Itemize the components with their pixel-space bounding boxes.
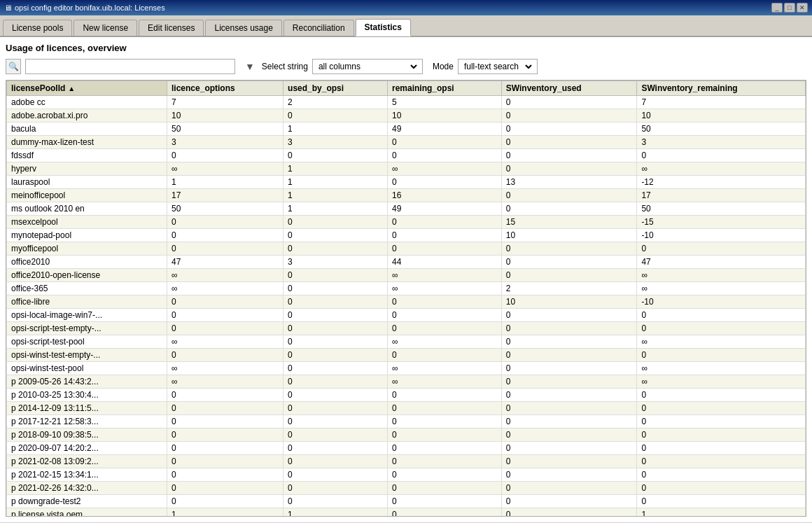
table-row[interactable]: office201047344047 [7, 256, 806, 269]
tab-new-license[interactable]: New license [74, 20, 137, 36]
table-row[interactable]: fdssdf00000 [7, 149, 806, 162]
table-row[interactable]: p 2009-05-26 14:43:2...∞0∞0∞ [7, 375, 806, 389]
table-row[interactable]: mynotepad-pool00010-10 [7, 229, 806, 242]
table-cell: ms outlook 2010 en [7, 202, 167, 216]
table-row[interactable]: p 2018-09-10 09:38:5...00000 [7, 428, 806, 442]
table-row[interactable]: p downgrade-test200000 [7, 495, 806, 508]
table-wrapper[interactable]: licensePoolId▲licence_optionsused_by_ops… [6, 81, 806, 516]
table-cell: 0 [501, 415, 637, 428]
tab-statistics[interactable]: Statistics [356, 19, 411, 36]
table-cell: 0 [167, 495, 284, 508]
tab-licenses-usage[interactable]: Licenses usage [205, 20, 281, 36]
table-row[interactable]: p 2010-03-25 13:30:4...00000 [7, 389, 806, 402]
table-row[interactable]: office-libre00010-10 [7, 295, 806, 309]
table-row[interactable]: opsi-local-image-win7-...00000 [7, 309, 806, 322]
table-cell: 0 [284, 295, 388, 309]
table-cell: 2 [284, 96, 388, 109]
table-row[interactable]: p 2021-02-15 13:34:1...00000 [7, 468, 806, 482]
table-cell: 0 [501, 428, 637, 442]
table-cell: 17 [167, 189, 284, 202]
table-row[interactable]: hyperv∞1∞0∞ [7, 162, 806, 176]
table-cell: 10 [637, 109, 806, 123]
table-row[interactable]: msexcelpool00015-15 [7, 216, 806, 229]
table-cell: 0 [387, 428, 501, 442]
table-row[interactable]: office2010-open-license∞0∞0∞ [7, 269, 806, 282]
col-header-SWinventory_used[interactable]: SWinventory_used [501, 81, 637, 96]
table-cell: 0 [637, 349, 806, 362]
maximize-button[interactable]: □ [784, 3, 795, 13]
table-cell: ∞ [637, 335, 806, 349]
table-cell: 0 [284, 149, 388, 162]
table-cell: opsi-local-image-win7-... [7, 309, 167, 322]
table-cell: 10 [501, 229, 637, 242]
tab-reconciliation[interactable]: Reconciliation [284, 20, 354, 36]
minimize-button[interactable]: _ [771, 3, 783, 13]
tab-edit-licenses[interactable]: Edit licenses [139, 20, 204, 36]
col-header-remaining_opsi[interactable]: remaining_opsi [387, 81, 501, 96]
table-row[interactable]: p 2020-09-07 14:20:2...00000 [7, 442, 806, 455]
table-cell: 0 [637, 322, 806, 335]
search-icon-box[interactable]: 🔍 [6, 59, 21, 74]
table-row[interactable]: p 2021-02-26 14:32:0...00000 [7, 482, 806, 495]
table-cell: office2010 [7, 256, 167, 269]
search-input[interactable] [25, 59, 235, 74]
close-button[interactable]: ✕ [797, 3, 808, 13]
table-row[interactable]: opsi-script-test-pool∞0∞0∞ [7, 335, 806, 349]
col-header-used_by_opsi[interactable]: used_by_opsi [284, 81, 388, 96]
table-cell: 0 [501, 442, 637, 455]
table-cell: 0 [284, 495, 388, 508]
table-row[interactable]: lauraspool11013-12 [7, 176, 806, 189]
table-row[interactable]: bacula50149050 [7, 123, 806, 136]
select-string-select[interactable]: all columns licensePoolId licence_option… [316, 61, 419, 72]
table-cell: 1 [637, 508, 806, 517]
table-cell: 0 [387, 455, 501, 468]
table-row[interactable]: office-365∞0∞2∞ [7, 282, 806, 295]
mode-select[interactable]: full-text search wildcard search regex s… [461, 61, 534, 72]
table-row[interactable]: opsi-winst-test-pool∞0∞0∞ [7, 362, 806, 375]
select-string-combo[interactable]: all columns licensePoolId licence_option… [312, 59, 423, 74]
table-row[interactable]: p license vista oem11001 [7, 508, 806, 517]
table-cell: 0 [284, 362, 388, 375]
page-heading: Usage of licences, overview [6, 43, 806, 53]
table-row[interactable]: p 2021-02-08 13:09:2...00000 [7, 455, 806, 468]
table-row[interactable]: opsi-script-test-empty-...00000 [7, 322, 806, 335]
table-row[interactable]: adobe cc72507 [7, 96, 806, 109]
table-cell: 50 [637, 123, 806, 136]
table-row[interactable]: p 2017-12-21 12:58:3...00000 [7, 415, 806, 428]
table-cell: 0 [637, 242, 806, 256]
table-cell: ∞ [167, 362, 284, 375]
table-row[interactable]: adobe.acrobat.xi.pro10010010 [7, 109, 806, 123]
table-row[interactable]: myofficepool00000 [7, 242, 806, 256]
table-cell: 0 [501, 495, 637, 508]
table-cell: 0 [501, 162, 637, 176]
table-cell: p downgrade-test2 [7, 495, 167, 508]
table-cell: p 2020-09-07 14:20:2... [7, 442, 167, 455]
table-cell: 0 [284, 375, 388, 389]
table-cell: lauraspool [7, 176, 167, 189]
table-cell: 50 [167, 123, 284, 136]
table-cell: bacula [7, 123, 167, 136]
main-content: Usage of licences, overview 🔍 ▼ Select s… [0, 37, 812, 522]
table-cell: 1 [284, 189, 388, 202]
table-cell: 0 [387, 508, 501, 517]
table-row[interactable]: ms outlook 2010 en50149050 [7, 202, 806, 216]
tab-license-pools[interactable]: License pools [3, 20, 72, 36]
table-cell: ∞ [637, 362, 806, 375]
col-header-licence_options[interactable]: licence_options [167, 81, 284, 96]
table-cell: 0 [284, 415, 388, 428]
table-cell: 0 [167, 149, 284, 162]
table-row[interactable]: dummy-max-lizen-test33003 [7, 136, 806, 149]
app-icon: 🖥 [4, 4, 12, 12]
table-cell: 0 [637, 149, 806, 162]
table-cell: 0 [501, 322, 637, 335]
col-header-SWinventory_remaining[interactable]: SWinventory_remaining [637, 81, 806, 96]
table-cell: 0 [501, 335, 637, 349]
col-header-licensePoolId[interactable]: licensePoolId▲ [7, 81, 167, 96]
table-row[interactable]: p 2014-12-09 13:11:5...00000 [7, 402, 806, 415]
table-row[interactable]: opsi-winst-test-empty-...00000 [7, 349, 806, 362]
table-cell: 0 [387, 295, 501, 309]
select-string-label: Select string [262, 62, 308, 71]
mode-combo[interactable]: full-text search wildcard search regex s… [458, 59, 538, 74]
table-cell: 0 [387, 322, 501, 335]
table-row[interactable]: meinofficepool17116017 [7, 189, 806, 202]
